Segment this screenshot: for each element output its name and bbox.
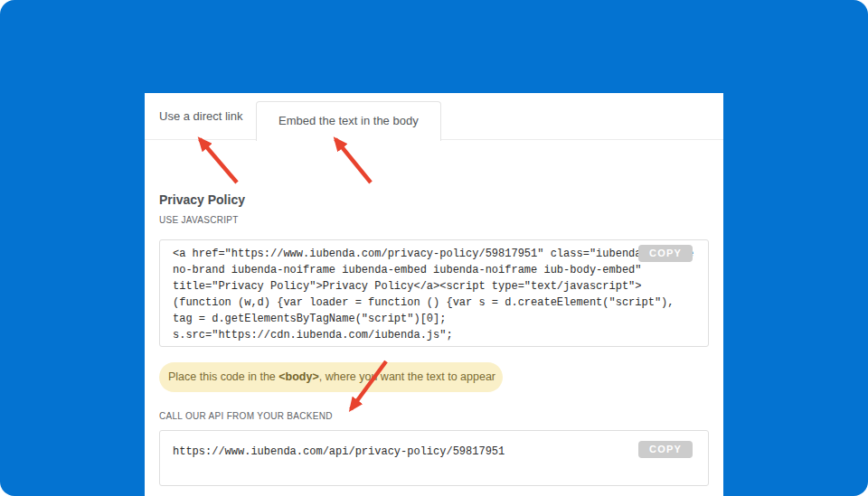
use-javascript-label: USE JAVASCRIPT — [159, 215, 239, 225]
api-url-text: https://www.iubenda.com/api/privacy-poli… — [173, 444, 695, 460]
embed-options-panel: Use a direct link Embed the text in the … — [145, 93, 723, 496]
notice-text-after: , where you want the text to appear — [319, 370, 495, 383]
notice-body-tag: <body> — [278, 370, 318, 383]
copy-api-url-button[interactable]: COPY — [638, 441, 693, 458]
tab-embed-the-text-in-the-body[interactable]: Embed the text in the body — [256, 101, 441, 141]
code-line: <a href="https://www.iubenda.com/privacy… — [173, 246, 695, 262]
app-background: Use a direct link Embed the text in the … — [0, 0, 868, 496]
tab-use-a-direct-link[interactable]: Use a direct link — [145, 93, 257, 139]
tab-bar: Use a direct link Embed the text in the … — [145, 93, 723, 140]
copy-javascript-button[interactable]: COPY — [638, 245, 693, 262]
code-line: title="Privacy Policy">Privacy Policy</a… — [173, 278, 695, 295]
code-line: tag.parentNode.insertBefore(s,tag);}; if… — [173, 343, 695, 347]
code-line: tag = d.getElementsByTagName("script")[0… — [173, 311, 695, 327]
placement-notice: Place this code in the <body>, where you… — [159, 362, 503, 392]
code-line: no-brand iubenda-noiframe iubenda-embed … — [173, 262, 695, 278]
code-line: (function (w,d) {var loader = function (… — [173, 295, 695, 311]
api-url-code-box[interactable]: https://www.iubenda.com/api/privacy-poli… — [159, 430, 709, 486]
page-title: Privacy Policy — [159, 192, 245, 207]
code-line: s.src="https://cdn.iubenda.com/iubenda.j… — [173, 327, 695, 343]
notice-text-before: Place this code in the — [168, 370, 278, 383]
javascript-embed-code-box[interactable]: <a href="https://www.iubenda.com/privacy… — [159, 239, 709, 347]
call-our-api-label: CALL OUR API FROM YOUR BACKEND — [159, 411, 333, 421]
